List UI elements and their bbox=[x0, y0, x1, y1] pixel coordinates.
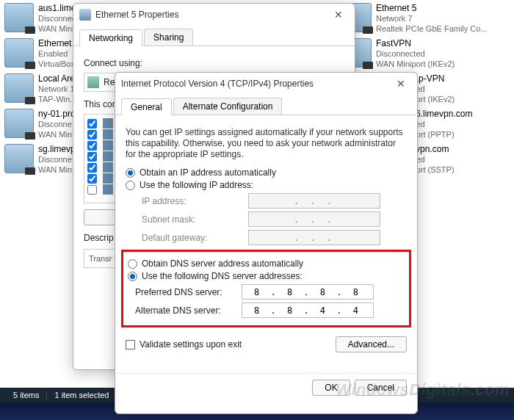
connection-icon bbox=[4, 109, 34, 138]
connection-device: Realtek PCIe GbE Family Co... bbox=[376, 23, 488, 34]
info-text: You can get IP settings assigned automat… bbox=[126, 127, 407, 160]
item-checkbox[interactable] bbox=[87, 141, 97, 151]
connection-device: WAN Miniport (IKEv2) bbox=[376, 59, 455, 69]
network-icon bbox=[79, 9, 91, 21]
ipv4-properties-dialog: Internet Protocol Version 4 (TCP/IPv4) P… bbox=[115, 72, 418, 414]
radio-icon bbox=[128, 272, 137, 281]
checkbox-icon bbox=[126, 340, 135, 350]
item-checkbox[interactable] bbox=[87, 185, 97, 195]
connection-status: Network 7 bbox=[376, 13, 488, 23]
radio-icon bbox=[126, 168, 135, 178]
eth5-tabs: Networking Sharing bbox=[73, 29, 355, 46]
radio-icon bbox=[128, 259, 137, 269]
validate-checkbox-row[interactable]: Validate settings upon exit bbox=[126, 339, 242, 350]
close-icon[interactable]: ✕ bbox=[391, 76, 411, 91]
ipv4-tabs: General Alternate Configuration bbox=[115, 98, 417, 115]
dns-auto-label: Obtain DNS server address automatically bbox=[142, 258, 303, 269]
status-selected-count: 1 item selected bbox=[47, 391, 117, 399]
connection-icon bbox=[4, 38, 34, 68]
dialog-title: Internet Protocol Version 4 (TCP/IPv4) P… bbox=[121, 79, 314, 89]
connect-using-label: Connect using: bbox=[84, 58, 344, 68]
connection-status: Disconne bbox=[38, 154, 76, 164]
tab-networking[interactable]: Networking bbox=[79, 29, 142, 46]
adapter-name: Re bbox=[104, 77, 115, 87]
dns-manual-label: Use the following DNS server addresses: bbox=[142, 271, 303, 281]
pref-dns-input[interactable]: 8 . 8 . 8 . 8 bbox=[242, 284, 374, 300]
item-checkbox[interactable] bbox=[87, 130, 97, 140]
connection-icon bbox=[4, 144, 34, 173]
component-icon bbox=[103, 162, 113, 173]
advanced-button[interactable]: Advanced... bbox=[336, 336, 407, 352]
ip-address-input: . . . bbox=[248, 193, 380, 209]
connection-item[interactable]: FastVPNDisconnectedWAN Miniport (IKEv2) bbox=[339, 37, 508, 72]
component-icon bbox=[103, 118, 113, 128]
ip-address-label: IP address: bbox=[142, 196, 248, 206]
tab-alternate[interactable]: Alternate Configuration bbox=[173, 98, 283, 115]
connection-device: WAN Min bbox=[38, 129, 76, 140]
close-icon[interactable]: ✕ bbox=[328, 7, 349, 22]
ip-manual-label: Use the following IP address: bbox=[140, 180, 253, 190]
connection-icon bbox=[4, 73, 34, 103]
connection-name: sg.limevp bbox=[38, 144, 76, 154]
component-icon bbox=[103, 173, 113, 184]
connection-name: FastVPN bbox=[376, 38, 455, 48]
item-checkbox[interactable] bbox=[87, 152, 97, 162]
watermark: WindowsDigitals.com bbox=[336, 380, 510, 399]
ip-auto-label: Obtain an IP address automatically bbox=[140, 167, 276, 178]
connection-item[interactable]: Ethernet 5Network 7Realtek PCIe GbE Fami… bbox=[339, 1, 508, 37]
component-icon bbox=[103, 129, 113, 140]
ip-auto-radio[interactable]: Obtain an IP address automatically bbox=[126, 167, 407, 178]
status-items-count: 5 items bbox=[6, 391, 47, 399]
ipv4-titlebar[interactable]: Internet Protocol Version 4 (TCP/IPv4) P… bbox=[115, 73, 417, 95]
dns-auto-radio[interactable]: Obtain DNS server address automatically bbox=[128, 258, 405, 269]
item-checkbox[interactable] bbox=[87, 119, 97, 128]
subnet-label: Subnet mask: bbox=[142, 214, 248, 225]
item-checkbox[interactable] bbox=[87, 163, 97, 173]
dns-manual-radio[interactable]: Use the following DNS server addresses: bbox=[128, 271, 405, 281]
gateway-input: . . . bbox=[248, 230, 380, 245]
tab-general[interactable]: General bbox=[121, 98, 172, 115]
radio-icon bbox=[126, 181, 135, 190]
connection-status: Disconnected bbox=[376, 48, 455, 59]
connection-status: Disconne bbox=[38, 119, 76, 129]
item-checkbox[interactable] bbox=[87, 174, 97, 184]
adapter-icon bbox=[87, 76, 99, 88]
connection-device: WAN Min bbox=[38, 164, 76, 175]
validate-label: Validate settings upon exit bbox=[140, 339, 242, 350]
component-icon bbox=[103, 151, 113, 162]
component-icon bbox=[103, 184, 113, 195]
connection-name: Ethernet 5 bbox=[376, 3, 488, 13]
connection-name: ny-01.pro bbox=[38, 109, 76, 119]
eth5-titlebar[interactable]: Ethernet 5 Properties ✕ bbox=[73, 4, 355, 26]
tab-sharing[interactable]: Sharing bbox=[144, 29, 193, 46]
ip-manual-radio[interactable]: Use the following IP address: bbox=[126, 180, 407, 190]
alt-dns-input[interactable]: 8 . 8 . 4 . 4 bbox=[242, 303, 374, 318]
subnet-input: . . . bbox=[248, 211, 380, 227]
gateway-label: Default gateway: bbox=[142, 233, 248, 243]
alt-dns-label: Alternate DNS server: bbox=[135, 305, 242, 316]
dialog-title: Ethernet 5 Properties bbox=[95, 10, 178, 20]
pref-dns-label: Preferred DNS server: bbox=[135, 287, 242, 297]
component-icon bbox=[103, 140, 113, 151]
dns-highlight: Obtain DNS server address automatically … bbox=[121, 250, 411, 327]
connection-icon bbox=[4, 3, 34, 32]
